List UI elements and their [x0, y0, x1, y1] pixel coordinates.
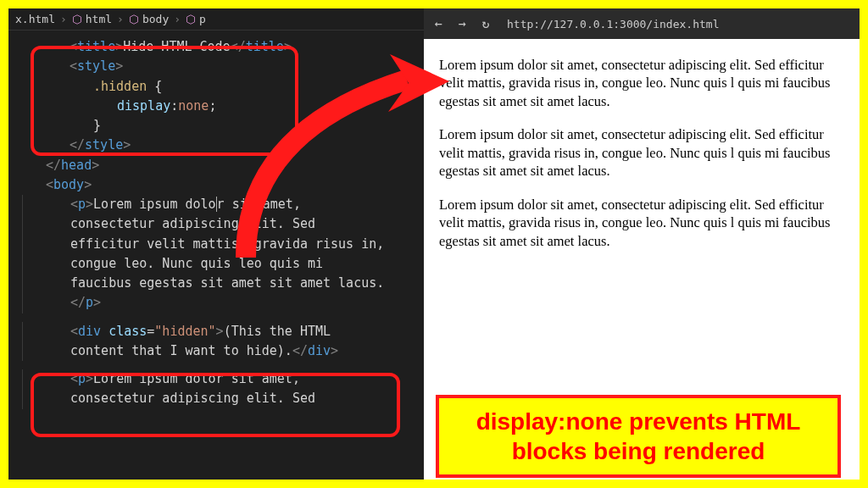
address-bar[interactable]: http://127.0.0.1:3000/index.html [502, 14, 853, 34]
forward-icon[interactable]: → [454, 16, 470, 31]
breadcrumb-file[interactable]: x.html [15, 13, 55, 25]
breadcrumb-p[interactable]: p [186, 13, 206, 25]
element-icon [129, 14, 139, 25]
element-icon [186, 14, 196, 25]
element-icon [72, 14, 82, 25]
chevron-right-icon: › [117, 13, 124, 25]
refresh-icon[interactable]: ↻ [478, 16, 493, 31]
rendered-page: Lorem ipsum dolor sit amet, consectetur … [424, 39, 860, 282]
chevron-right-icon: › [60, 13, 67, 25]
breadcrumb-body[interactable]: body [129, 13, 169, 25]
paragraph-2: Lorem ipsum dolor sit amet, consectetur … [439, 125, 844, 180]
back-icon[interactable]: ← [431, 16, 446, 31]
paragraph-3: Lorem ipsum dolor sit amet, consectetur … [439, 196, 844, 250]
breadcrumb-html[interactable]: html [72, 13, 112, 25]
breadcrumb[interactable]: x.html › html › body › p [8, 8, 424, 30]
paragraph-1: Lorem ipsum dolor sit amet, consectetur … [439, 56, 844, 110]
code-editor: x.html › html › body › p <title>Hide HTM… [8, 8, 424, 480]
chevron-right-icon: › [174, 13, 181, 25]
browser-toolbar: ← → ↻ http://127.0.0.1:3000/index.html [424, 8, 860, 39]
code-area[interactable]: <title>Hide HTML Code</title> <style> .h… [8, 30, 424, 416]
tutorial-frame: x.html › html › body › p <title>Hide HTM… [0, 0, 868, 488]
explanation-caption: display:none prevents HTML blocks being … [436, 395, 841, 478]
